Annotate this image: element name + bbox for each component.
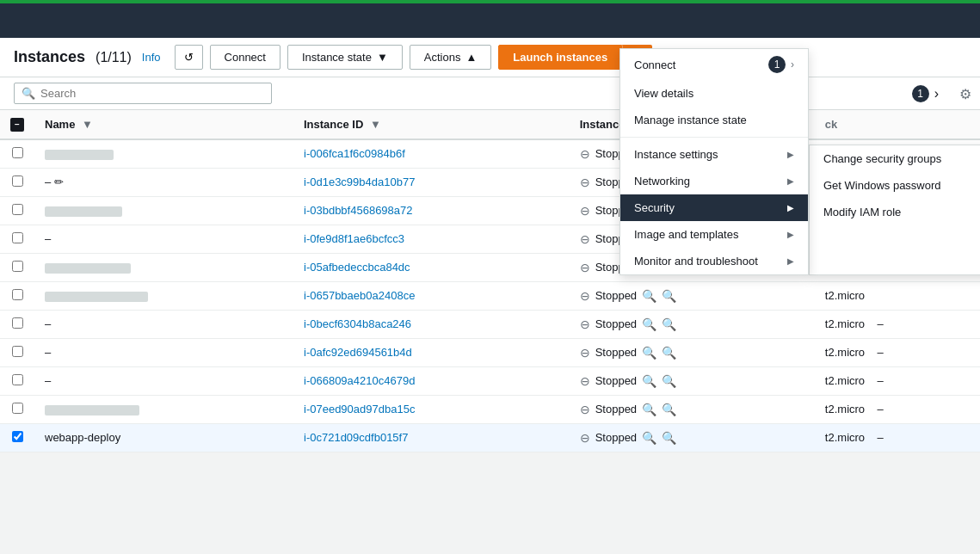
row-state: ⊖ Stopped 🔍 🔍: [570, 338, 815, 366]
submenu-arrow-right-white: ▶: [787, 203, 794, 212]
menu-item-connect[interactable]: Connect 1 ›: [620, 49, 808, 80]
row-instance-id: i-066809a4210c4679d: [293, 366, 570, 395]
submenu-arrow-right: ▶: [787, 230, 794, 239]
row-checkbox[interactable]: [0, 310, 34, 338]
search-input-wrapper: 🔍: [14, 83, 272, 104]
submenu-arrow-right: ▶: [787, 150, 794, 159]
row-checkbox[interactable]: [0, 139, 34, 169]
zoom-in-icon[interactable]: 🔍: [642, 431, 656, 445]
zoom-in-icon[interactable]: 🔍: [642, 403, 656, 416]
zoom-in-icon[interactable]: 🔍: [642, 374, 656, 388]
row-name: [34, 196, 293, 225]
instance-count: (1/11): [96, 50, 132, 65]
menu-item-security[interactable]: Security ▶: [620, 194, 808, 221]
row-name: – ✏: [34, 168, 293, 196]
row-checkbox[interactable]: [0, 366, 34, 395]
row-instance-id: i-03bdbbf4568698a72: [293, 196, 570, 225]
row-instance-id: i-0afc92ed694561b4d: [293, 338, 570, 366]
row-name: [34, 139, 293, 169]
nav-header: [0, 3, 980, 38]
zoom-out-icon[interactable]: 🔍: [662, 374, 676, 388]
row-instance-id: i-0657bbaeb0a2408ce: [293, 281, 570, 310]
stopped-icon: ⊖: [580, 374, 590, 388]
row-checkbox[interactable]: [0, 196, 34, 225]
menu-view-details-label: View details: [634, 87, 693, 100]
chevron-up-icon: ▲: [465, 51, 477, 64]
row-name: –: [34, 310, 293, 338]
row-checkbox[interactable]: [0, 168, 34, 196]
refresh-icon: ↺: [184, 51, 194, 64]
search-icon: 🔍: [22, 87, 35, 100]
zoom-in-icon[interactable]: 🔍: [642, 346, 656, 360]
row-checkbox[interactable]: [0, 225, 34, 253]
col-name[interactable]: Name ▼: [34, 110, 293, 139]
info-link[interactable]: Info: [142, 51, 161, 64]
table-row: – i-0becf6304b8aca246 ⊖ Stopped 🔍 🔍 t2.m…: [0, 310, 980, 338]
row-name: –: [34, 225, 293, 253]
submenu-item-windows-password[interactable]: Get Windows password: [810, 172, 980, 199]
row-name: [34, 395, 293, 423]
stopped-icon: ⊖: [580, 175, 590, 189]
row-instance-id: i-0becf6304b8aca246: [293, 310, 570, 338]
menu-security-label: Security: [634, 201, 675, 214]
zoom-out-icon[interactable]: 🔍: [662, 346, 676, 360]
name-blurred: [45, 150, 114, 160]
row-state: ⊖ Stopped 🔍 🔍: [570, 366, 815, 395]
row-checkbox[interactable]: [0, 281, 34, 310]
row-checkbox[interactable]: [0, 395, 34, 423]
security-submenu: Change security groups Get Windows passw…: [809, 145, 980, 275]
row-state: ⊖ Stopped 🔍 🔍: [570, 310, 815, 338]
page-count-badge: 1: [768, 56, 786, 73]
actions-button[interactable]: Actions ▲: [410, 45, 492, 70]
submenu-item-change-security[interactable]: Change security groups: [810, 145, 980, 172]
instance-state-label: Instance state: [302, 51, 372, 64]
submenu-item-modify-iam[interactable]: Modify IAM role: [810, 199, 980, 225]
menu-item-manage-state[interactable]: Manage instance state: [620, 107, 808, 133]
menu-item-view-details[interactable]: View details: [620, 80, 808, 107]
zoom-out-icon[interactable]: 🔍: [662, 403, 676, 416]
row-ck: t2.micro –: [815, 423, 980, 452]
row-ck: t2.micro –: [815, 338, 980, 366]
col-instance-id[interactable]: Instance ID ▼: [293, 110, 570, 139]
stopped-icon: ⊖: [580, 147, 590, 161]
dropdown-overlay: Connect 1 › View details Manage instance…: [619, 48, 980, 275]
search-input[interactable]: [40, 87, 264, 100]
select-all-col: −: [0, 110, 34, 139]
row-instance-id: i-0fe9d8f1ae6bcfcc3: [293, 225, 570, 253]
menu-instance-settings-label: Instance settings: [634, 148, 718, 161]
row-state: ⊖ Stopped 🔍 🔍: [570, 281, 815, 310]
menu-image-templates-label: Image and templates: [634, 228, 738, 241]
row-checkbox[interactable]: [0, 253, 34, 281]
table-row: i-07eed90ad97dba15c ⊖ Stopped 🔍 🔍 t2.mic…: [0, 395, 980, 423]
instance-state-button[interactable]: Instance state ▼: [287, 45, 403, 70]
menu-item-monitor[interactable]: Monitor and troubleshoot ▶: [620, 248, 808, 274]
zoom-out-icon[interactable]: 🔍: [662, 431, 676, 445]
refresh-button[interactable]: ↺: [175, 45, 203, 70]
zoom-in-icon[interactable]: 🔍: [642, 289, 656, 303]
row-state: ⊖ Stopped 🔍 🔍: [570, 423, 815, 452]
row-instance-id: i-07eed90ad97dba15c: [293, 395, 570, 423]
zoom-out-icon[interactable]: 🔍: [662, 317, 676, 331]
row-ck: t2.micro –: [815, 310, 980, 338]
chevron-down-icon: ▼: [377, 51, 388, 64]
menu-connect-label: Connect: [634, 58, 675, 71]
row-instance-id: i-006fca1f6c0984b6f: [293, 139, 570, 169]
menu-manage-state-label: Manage instance state: [634, 114, 747, 126]
submenu-arrow-right: ▶: [787, 256, 794, 266]
connect-button[interactable]: Connect: [210, 45, 280, 70]
stopped-icon: ⊖: [580, 232, 590, 246]
row-name: webapp-deploy: [34, 423, 293, 452]
menu-item-image-templates[interactable]: Image and templates ▶: [620, 221, 808, 248]
menu-item-instance-settings[interactable]: Instance settings ▶: [620, 141, 808, 168]
actions-dropdown-menu: Connect 1 › View details Manage instance…: [619, 48, 809, 275]
name-blurred: [45, 292, 148, 302]
row-checkbox[interactable]: [0, 423, 34, 452]
row-checkbox[interactable]: [0, 338, 34, 366]
row-instance-id: i-0c721d09cdfb015f7: [293, 423, 570, 452]
zoom-out-icon[interactable]: 🔍: [662, 289, 676, 303]
launch-instances-button[interactable]: Launch instances: [498, 45, 622, 70]
zoom-in-icon[interactable]: 🔍: [642, 317, 656, 331]
table-row: webapp-deploy i-0c721d09cdfb015f7 ⊖ Stop…: [0, 423, 980, 452]
stopped-icon: ⊖: [580, 317, 590, 331]
menu-item-networking[interactable]: Networking ▶: [620, 168, 808, 194]
